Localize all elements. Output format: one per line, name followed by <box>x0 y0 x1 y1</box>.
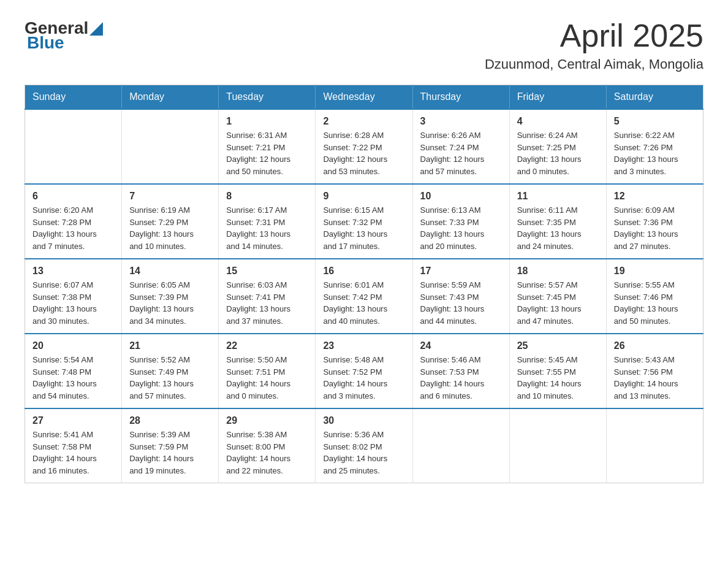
day-info: Sunrise: 6:31 AM Sunset: 7:21 PM Dayligh… <box>226 129 308 177</box>
day-info: Sunrise: 6:20 AM Sunset: 7:28 PM Dayligh… <box>32 204 114 252</box>
calendar-cell: 8Sunrise: 6:17 AM Sunset: 7:31 PM Daylig… <box>219 184 316 259</box>
day-number: 28 <box>129 415 211 426</box>
day-info: Sunrise: 5:50 AM Sunset: 7:51 PM Dayligh… <box>226 354 308 402</box>
day-info: Sunrise: 5:41 AM Sunset: 7:58 PM Dayligh… <box>32 429 114 477</box>
calendar-cell: 29Sunrise: 5:38 AM Sunset: 8:00 PM Dayli… <box>219 408 316 483</box>
calendar-cell: 2Sunrise: 6:28 AM Sunset: 7:22 PM Daylig… <box>316 109 412 184</box>
day-number: 20 <box>32 340 114 351</box>
day-info: Sunrise: 6:05 AM Sunset: 7:39 PM Dayligh… <box>129 279 211 327</box>
day-info: Sunrise: 5:43 AM Sunset: 7:56 PM Dayligh… <box>614 354 696 402</box>
day-number: 13 <box>32 266 114 277</box>
calendar-cell <box>412 408 509 483</box>
calendar-cell: 18Sunrise: 5:57 AM Sunset: 7:45 PM Dayli… <box>509 259 606 334</box>
calendar-cell: 1Sunrise: 6:31 AM Sunset: 7:21 PM Daylig… <box>219 109 316 184</box>
day-info: Sunrise: 5:48 AM Sunset: 7:52 PM Dayligh… <box>323 354 404 402</box>
header-saturday: Saturday <box>606 85 703 110</box>
calendar-table: SundayMondayTuesdayWednesdayThursdayFrid… <box>25 85 703 483</box>
day-number: 12 <box>614 191 696 202</box>
day-info: Sunrise: 6:03 AM Sunset: 7:41 PM Dayligh… <box>226 279 308 327</box>
day-number: 7 <box>129 191 211 202</box>
day-number: 26 <box>614 340 696 351</box>
day-number: 16 <box>323 266 404 277</box>
day-number: 10 <box>420 191 502 202</box>
calendar-cell: 15Sunrise: 6:03 AM Sunset: 7:41 PM Dayli… <box>219 259 316 334</box>
day-info: Sunrise: 6:11 AM Sunset: 7:35 PM Dayligh… <box>517 204 599 252</box>
day-info: Sunrise: 6:07 AM Sunset: 7:38 PM Dayligh… <box>32 279 114 327</box>
calendar-cell: 4Sunrise: 6:24 AM Sunset: 7:25 PM Daylig… <box>509 109 606 184</box>
calendar-cell <box>122 109 219 184</box>
calendar-cell: 6Sunrise: 6:20 AM Sunset: 7:28 PM Daylig… <box>25 184 122 259</box>
calendar-cell: 13Sunrise: 6:07 AM Sunset: 7:38 PM Dayli… <box>25 259 122 334</box>
calendar-cell: 7Sunrise: 6:19 AM Sunset: 7:29 PM Daylig… <box>122 184 219 259</box>
day-number: 14 <box>129 266 211 277</box>
day-info: Sunrise: 5:55 AM Sunset: 7:46 PM Dayligh… <box>614 279 696 327</box>
day-number: 17 <box>420 266 502 277</box>
day-info: Sunrise: 5:54 AM Sunset: 7:48 PM Dayligh… <box>32 354 114 402</box>
calendar-cell: 30Sunrise: 5:36 AM Sunset: 8:02 PM Dayli… <box>316 408 412 483</box>
calendar-cell: 24Sunrise: 5:46 AM Sunset: 7:53 PM Dayli… <box>412 334 509 408</box>
title-section: April 2025 Dzuunmod, Central Aimak, Mong… <box>485 18 703 72</box>
day-info: Sunrise: 6:22 AM Sunset: 7:26 PM Dayligh… <box>614 129 696 177</box>
logo: General Blue <box>25 18 103 53</box>
day-number: 19 <box>614 266 696 277</box>
day-info: Sunrise: 5:59 AM Sunset: 7:43 PM Dayligh… <box>420 279 502 327</box>
day-number: 11 <box>517 191 599 202</box>
location-title: Dzuunmod, Central Aimak, Mongolia <box>485 56 703 72</box>
day-info: Sunrise: 5:38 AM Sunset: 8:00 PM Dayligh… <box>226 429 308 477</box>
week-row-3: 13Sunrise: 6:07 AM Sunset: 7:38 PM Dayli… <box>25 259 703 334</box>
calendar-header: SundayMondayTuesdayWednesdayThursdayFrid… <box>25 85 703 110</box>
calendar-cell <box>509 408 606 483</box>
logo-triangle-icon <box>89 22 103 36</box>
week-row-4: 20Sunrise: 5:54 AM Sunset: 7:48 PM Dayli… <box>25 334 703 408</box>
day-number: 4 <box>517 116 599 127</box>
header-wednesday: Wednesday <box>316 85 412 110</box>
day-info: Sunrise: 6:15 AM Sunset: 7:32 PM Dayligh… <box>323 204 404 252</box>
calendar-cell: 25Sunrise: 5:45 AM Sunset: 7:55 PM Dayli… <box>509 334 606 408</box>
calendar-cell: 14Sunrise: 6:05 AM Sunset: 7:39 PM Dayli… <box>122 259 219 334</box>
day-number: 5 <box>614 116 696 127</box>
week-row-1: 1Sunrise: 6:31 AM Sunset: 7:21 PM Daylig… <box>25 109 703 184</box>
header-thursday: Thursday <box>412 85 509 110</box>
week-row-2: 6Sunrise: 6:20 AM Sunset: 7:28 PM Daylig… <box>25 184 703 259</box>
day-number: 25 <box>517 340 599 351</box>
month-title: April 2025 <box>485 18 703 53</box>
day-number: 30 <box>323 415 404 426</box>
day-number: 3 <box>420 116 502 127</box>
day-number: 9 <box>323 191 404 202</box>
calendar-cell: 19Sunrise: 5:55 AM Sunset: 7:46 PM Dayli… <box>606 259 703 334</box>
day-info: Sunrise: 6:13 AM Sunset: 7:33 PM Dayligh… <box>420 204 502 252</box>
header-monday: Monday <box>122 85 219 110</box>
day-number: 6 <box>32 191 114 202</box>
days-of-week-row: SundayMondayTuesdayWednesdayThursdayFrid… <box>25 85 703 110</box>
calendar-cell <box>606 408 703 483</box>
calendar-cell: 20Sunrise: 5:54 AM Sunset: 7:48 PM Dayli… <box>25 334 122 408</box>
day-number: 29 <box>226 415 308 426</box>
calendar-cell: 26Sunrise: 5:43 AM Sunset: 7:56 PM Dayli… <box>606 334 703 408</box>
svg-marker-0 <box>89 22 103 36</box>
day-info: Sunrise: 6:01 AM Sunset: 7:42 PM Dayligh… <box>323 279 404 327</box>
calendar-cell <box>25 109 122 184</box>
calendar-cell: 27Sunrise: 5:41 AM Sunset: 7:58 PM Dayli… <box>25 408 122 483</box>
day-info: Sunrise: 5:46 AM Sunset: 7:53 PM Dayligh… <box>420 354 502 402</box>
day-number: 18 <box>517 266 599 277</box>
day-info: Sunrise: 6:24 AM Sunset: 7:25 PM Dayligh… <box>517 129 599 177</box>
calendar-cell: 10Sunrise: 6:13 AM Sunset: 7:33 PM Dayli… <box>412 184 509 259</box>
day-number: 1 <box>226 116 308 127</box>
header-sunday: Sunday <box>25 85 122 110</box>
calendar-cell: 17Sunrise: 5:59 AM Sunset: 7:43 PM Dayli… <box>412 259 509 334</box>
logo-blue-text: Blue <box>27 33 64 53</box>
day-number: 24 <box>420 340 502 351</box>
day-info: Sunrise: 6:19 AM Sunset: 7:29 PM Dayligh… <box>129 204 211 252</box>
day-number: 22 <box>226 340 308 351</box>
week-row-5: 27Sunrise: 5:41 AM Sunset: 7:58 PM Dayli… <box>25 408 703 483</box>
day-number: 23 <box>323 340 404 351</box>
day-info: Sunrise: 5:45 AM Sunset: 7:55 PM Dayligh… <box>517 354 599 402</box>
header-tuesday: Tuesday <box>219 85 316 110</box>
calendar-cell: 28Sunrise: 5:39 AM Sunset: 7:59 PM Dayli… <box>122 408 219 483</box>
day-info: Sunrise: 5:52 AM Sunset: 7:49 PM Dayligh… <box>129 354 211 402</box>
page-header: General Blue April 2025 Dzuunmod, Centra… <box>25 18 703 72</box>
day-number: 8 <box>226 191 308 202</box>
calendar-cell: 3Sunrise: 6:26 AM Sunset: 7:24 PM Daylig… <box>412 109 509 184</box>
calendar-cell: 9Sunrise: 6:15 AM Sunset: 7:32 PM Daylig… <box>316 184 412 259</box>
calendar-cell: 21Sunrise: 5:52 AM Sunset: 7:49 PM Dayli… <box>122 334 219 408</box>
